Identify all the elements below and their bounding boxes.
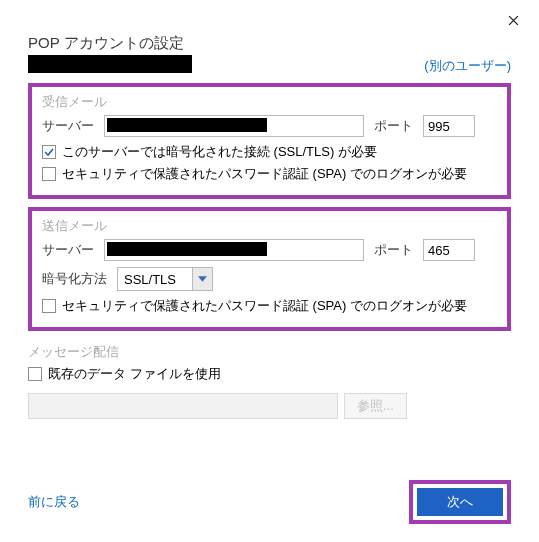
incoming-ssl-label[interactable]: このサーバーでは暗号化された接続 (SSL/TLS) が必要 bbox=[62, 143, 377, 161]
outgoing-mail-section: 送信メール サーバー ポート 暗号化方法 SSL/TLS bbox=[28, 207, 511, 331]
encryption-label: 暗号化方法 bbox=[42, 270, 107, 288]
check-icon bbox=[44, 147, 54, 157]
incoming-ssl-checkbox[interactable] bbox=[42, 145, 56, 159]
outgoing-spa-checkbox[interactable] bbox=[42, 299, 56, 313]
outgoing-enc-row: 暗号化方法 SSL/TLS bbox=[42, 267, 497, 291]
delivery-datafile-row: 既存のデータ ファイルを使用 bbox=[28, 365, 511, 383]
incoming-server-row: サーバー ポート bbox=[42, 115, 497, 137]
other-user-link[interactable]: (別のユーザー) bbox=[424, 57, 511, 75]
next-button[interactable]: 次へ bbox=[417, 488, 503, 516]
outgoing-server-row: サーバー ポート bbox=[42, 239, 497, 261]
titlebar bbox=[28, 8, 527, 32]
outgoing-server-wrap bbox=[104, 239, 364, 261]
outgoing-spa-label[interactable]: セキュリティで保護されたパスワード認証 (SPA) でのログオンが必要 bbox=[62, 297, 467, 315]
encryption-dropdown-button[interactable] bbox=[192, 268, 212, 290]
outgoing-server-input[interactable] bbox=[104, 239, 364, 261]
incoming-spa-label[interactable]: セキュリティで保護されたパスワード認証 (SPA) でのログオンが必要 bbox=[62, 165, 467, 183]
use-existing-datafile-label[interactable]: 既存のデータ ファイルを使用 bbox=[48, 365, 221, 383]
pop-account-settings-dialog: POP アカウントの設定 (別のユーザー) 受信メール サーバー ポート このサ… bbox=[0, 0, 539, 542]
incoming-mail-section: 受信メール サーバー ポート このサーバーでは暗号化された接続 (SSL/TLS… bbox=[28, 83, 511, 199]
datafile-path-input bbox=[28, 393, 338, 419]
incoming-spa-checkbox[interactable] bbox=[42, 167, 56, 181]
browse-button: 参照... bbox=[344, 393, 407, 419]
incoming-spa-row: セキュリティで保護されたパスワード認証 (SPA) でのログオンが必要 bbox=[42, 165, 497, 183]
incoming-ssl-row: このサーバーでは暗号化された接続 (SSL/TLS) が必要 bbox=[42, 143, 497, 161]
outgoing-spa-row: セキュリティで保護されたパスワード認証 (SPA) でのログオンが必要 bbox=[42, 297, 497, 315]
encryption-value: SSL/TLS bbox=[118, 268, 192, 290]
incoming-port-input[interactable] bbox=[423, 115, 475, 137]
incoming-port-label: ポート bbox=[374, 117, 413, 135]
outgoing-section-title: 送信メール bbox=[42, 217, 497, 235]
back-link[interactable]: 前に戻る bbox=[28, 493, 80, 511]
encryption-select[interactable]: SSL/TLS bbox=[117, 267, 213, 291]
chevron-down-icon bbox=[198, 276, 207, 282]
outgoing-port-input[interactable] bbox=[423, 239, 475, 261]
use-existing-datafile-checkbox[interactable] bbox=[28, 367, 42, 381]
next-highlight: 次へ bbox=[409, 480, 511, 524]
dialog-title: POP アカウントの設定 bbox=[28, 34, 511, 53]
outgoing-server-label: サーバー bbox=[42, 241, 94, 259]
datafile-row: 参照... bbox=[28, 393, 511, 419]
delivery-section-title: メッセージ配信 bbox=[28, 343, 511, 361]
incoming-section-title: 受信メール bbox=[42, 93, 497, 111]
close-icon bbox=[508, 15, 519, 26]
close-button[interactable] bbox=[499, 8, 527, 32]
dialog-footer: 前に戻る 次へ bbox=[28, 420, 511, 524]
incoming-server-label: サーバー bbox=[42, 117, 94, 135]
incoming-server-wrap bbox=[104, 115, 364, 137]
incoming-server-input[interactable] bbox=[104, 115, 364, 137]
other-user-row: (別のユーザー) bbox=[28, 57, 511, 75]
outgoing-port-label: ポート bbox=[374, 241, 413, 259]
